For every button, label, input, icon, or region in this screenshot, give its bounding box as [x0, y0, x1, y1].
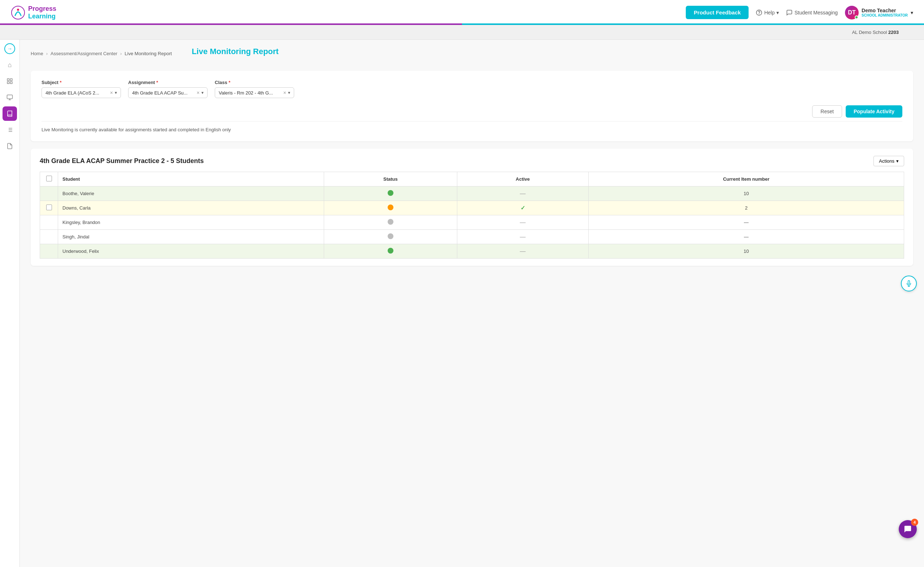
col-current-item: Current Item number [589, 172, 904, 186]
student-messaging[interactable]: Student Messaging [786, 9, 838, 16]
assignment-select[interactable]: 4th Grade ELA ACAP Su... × ▾ [128, 87, 207, 98]
assignment-value: 4th Grade ELA ACAP Su... [132, 90, 195, 96]
help-label: Help [764, 10, 775, 15]
svg-rect-4 [7, 79, 9, 80]
active-checkmark: ✓ [520, 205, 525, 211]
table-section: 4th Grade ELA ACAP Summer Practice 2 - 5… [31, 148, 913, 266]
messaging-icon [786, 9, 793, 16]
subject-filter-group: Subject * 4th Grade ELA (ACoS 2... × ▾ [42, 80, 121, 98]
student-status [324, 244, 457, 259]
row-checkbox-cell[interactable] [40, 215, 58, 230]
student-active: — [457, 230, 588, 244]
breadcrumb-home[interactable]: Home [31, 51, 43, 56]
subject-label: Subject * [42, 80, 121, 85]
student-name: Kingsley, Brandon [58, 215, 324, 230]
student-table: Student Status Active Current Item numbe… [40, 172, 904, 259]
col-checkbox[interactable] [40, 172, 58, 186]
active-dash: — [520, 248, 526, 254]
table-row: Underwood, Felix—10 [40, 244, 904, 259]
current-item-number: — [589, 215, 904, 230]
current-item-number: — [589, 230, 904, 244]
svg-point-1 [17, 9, 19, 11]
page-title: Live Monitoring Report [192, 47, 279, 56]
status-dot [388, 190, 394, 196]
logo-progress: Progress [28, 5, 56, 13]
row-checkbox[interactable] [46, 204, 52, 210]
main-content: Home › Assessment/Assignment Center › Li… [20, 40, 924, 567]
sidebar-item-document[interactable] [3, 139, 17, 153]
logo[interactable]: Progress Learning [11, 5, 56, 20]
sidebar-item-monitor[interactable] [3, 90, 17, 105]
svg-point-3 [759, 14, 759, 14]
help-menu[interactable]: Help ▾ [756, 9, 779, 16]
subject-clear-icon[interactable]: × [110, 90, 113, 96]
student-status [324, 230, 457, 244]
chat-badge-count: 4 [911, 519, 918, 526]
user-chevron-icon: ▾ [910, 10, 913, 15]
assignment-label: Assignment * [128, 80, 207, 85]
reset-button[interactable]: Reset [812, 105, 842, 118]
class-filter-group: Class * Valeris - Rm 202 - 4th G... × ▾ [215, 80, 294, 98]
svg-rect-8 [7, 95, 13, 99]
class-select[interactable]: Valeris - Rm 202 - 4th G... × ▾ [215, 87, 294, 98]
chat-badge[interactable]: 4 [899, 520, 917, 538]
user-name: Demo Teacher [862, 8, 908, 14]
filter-card: Subject * 4th Grade ELA (ACoS 2... × ▾ A… [31, 71, 913, 141]
sidebar-toggle[interactable]: → [5, 43, 15, 54]
product-feedback-button[interactable]: Product Feedback [686, 6, 748, 19]
row-checkbox-cell[interactable] [40, 244, 58, 259]
student-active: ✓ [457, 201, 588, 215]
status-dot [388, 233, 394, 239]
subject-arrow-icon: ▾ [115, 90, 117, 95]
assignment-filter-group: Assignment * 4th Grade ELA ACAP Su... × … [128, 80, 207, 98]
class-required: * [228, 80, 230, 85]
student-name: Singh, Jindal [58, 230, 324, 244]
sidebar-item-home[interactable]: ⌂ [3, 58, 17, 72]
table-row: Downs, Carla✓2 [40, 201, 904, 215]
breadcrumb-assessment[interactable]: Assessment/Assignment Center [51, 51, 117, 56]
actions-button[interactable]: Actions ▾ [873, 156, 904, 166]
help-chevron-icon: ▾ [776, 10, 779, 15]
breadcrumb-separator-1: › [46, 51, 48, 56]
table-row: Kingsley, Brandon—— [40, 215, 904, 230]
student-status [324, 215, 457, 230]
sidebar-item-list[interactable] [3, 123, 17, 137]
sidebar-item-book[interactable] [3, 106, 17, 121]
class-clear-icon[interactable]: × [283, 90, 286, 96]
status-dot [388, 248, 394, 254]
user-role: SCHOOL ADMINISTRATOR [862, 14, 908, 17]
student-name: Boothe, Valerie [58, 186, 324, 201]
subject-select[interactable]: 4th Grade ELA (ACoS 2... × ▾ [42, 87, 121, 98]
student-name: Downs, Carla [58, 201, 324, 215]
col-active: Active [457, 172, 588, 186]
microphone-icon [906, 280, 912, 287]
sidebar-item-grid[interactable] [3, 74, 17, 88]
user-menu[interactable]: DT Demo Teacher SCHOOL ADMINISTRATOR ▾ [845, 6, 913, 20]
populate-button[interactable]: Populate Activity [846, 105, 902, 118]
student-status [324, 186, 457, 201]
row-checkbox-cell[interactable] [40, 186, 58, 201]
school-name: AL Demo School 2203 [852, 30, 899, 35]
subject-value: 4th Grade ELA (ACoS 2... [45, 90, 108, 96]
svg-rect-5 [11, 79, 12, 80]
student-active: — [457, 186, 588, 201]
assignment-clear-icon[interactable]: × [197, 90, 200, 96]
student-active: — [457, 244, 588, 259]
logo-icon [11, 5, 25, 20]
avatar: DT [845, 6, 859, 20]
assignment-arrow-icon: ▾ [201, 90, 204, 95]
status-dot [388, 219, 394, 225]
class-value: Valeris - Rm 202 - 4th G... [219, 90, 281, 96]
svg-rect-6 [7, 82, 9, 84]
class-label: Class * [215, 80, 294, 85]
row-checkbox-cell[interactable] [40, 201, 58, 215]
col-status: Status [324, 172, 457, 186]
col-student: Student [58, 172, 324, 186]
subject-required: * [60, 80, 62, 85]
row-checkbox-cell[interactable] [40, 230, 58, 244]
class-arrow-icon: ▾ [288, 90, 290, 95]
voice-button[interactable] [901, 276, 917, 291]
messaging-label: Student Messaging [795, 10, 838, 15]
logo-learning: Learning [28, 13, 56, 20]
select-all-checkbox[interactable] [46, 176, 52, 182]
